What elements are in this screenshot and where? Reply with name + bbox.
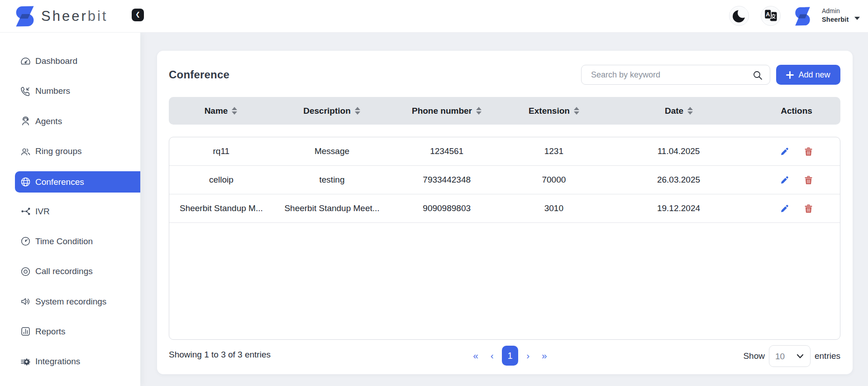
- svg-text:A: A: [766, 11, 770, 18]
